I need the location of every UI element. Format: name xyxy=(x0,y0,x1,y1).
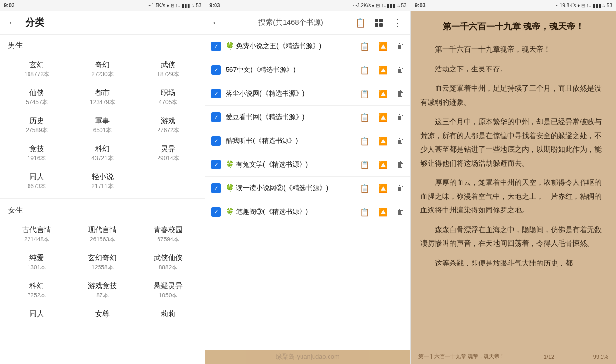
reading-content[interactable]: 第一千六百一十九章 魂帝，魂天帝！ 第一千六百一十九章魂帝，魂天帝！ 浩劫之下，… xyxy=(411,11,616,349)
source-delete-5[interactable]: 🗑 xyxy=(397,160,404,169)
source-copy-6[interactable]: 📋 xyxy=(360,184,370,193)
source-delete-0[interactable]: 🗑 xyxy=(397,42,404,51)
source-item-7[interactable]: ✓ 🍀 笔趣阁③(《精选书源》) 📋 🔼 🗑 xyxy=(205,200,410,224)
category-xianxia[interactable]: 仙侠 57457本 xyxy=(4,84,70,112)
reading-footer: 第一千六百一十九章 魂帝，魂天帝！ 1/12 99.1% xyxy=(411,349,616,364)
source-delete-3[interactable]: 🗑 xyxy=(397,113,404,122)
category-wuxia[interactable]: 武侠 18729本 xyxy=(135,56,201,84)
source-delete-4[interactable]: 🗑 xyxy=(397,137,404,145)
source-copy-2[interactable]: 📋 xyxy=(360,89,370,98)
source-up-3[interactable]: 🔼 xyxy=(378,113,388,122)
source-name-1: 567中文(《精选书源》) xyxy=(226,66,355,74)
source-copy-7[interactable]: 📋 xyxy=(360,208,370,217)
source-item-5[interactable]: ✓ 🍀 有兔文学(《精选书源》) 📋 🔼 🗑 xyxy=(205,153,410,177)
category-lishi[interactable]: 历史 27589本 xyxy=(4,112,70,140)
categories-panel: ← 分类 男生 玄幻 198772本 奇幻 27230本 武侠 18729本 仙… xyxy=(0,11,205,364)
source-actions-2: 📋 🔼 🗑 xyxy=(360,89,404,98)
category-qingxiaoshuo[interactable]: 轻小说 21711本 xyxy=(70,168,135,196)
category-xiandaiyaqing[interactable]: 现代言情 261563本 xyxy=(70,221,135,249)
status-bar-3: 9:03 ···19.8K/s ♦ ⊟ ↑↓ ▮▮▮ ≈ 53 xyxy=(411,0,616,11)
category-qihuan[interactable]: 奇幻 27230本 xyxy=(70,56,135,84)
source-checkbox-4[interactable]: ✓ xyxy=(211,136,221,146)
footer-chapter: 第一千六百一十九章 魂帝，魂天帝！ xyxy=(418,353,505,360)
back-button-2[interactable]: ← xyxy=(211,17,221,28)
time-1: 9:03 xyxy=(4,2,14,8)
source-up-7[interactable]: 🔼 xyxy=(378,208,388,217)
sources-header: ← 搜索(共1468个书源) 📋 ⋮ xyxy=(205,11,410,35)
category-wuxiaxianxia[interactable]: 武侠仙侠 8882本 xyxy=(135,249,201,277)
source-copy-5[interactable]: 📋 xyxy=(360,160,370,169)
sources-panel: ← 搜索(共1468个书源) 📋 ⋮ ✓ 🍀 免费小说之王(《精选书源》) 📋 xyxy=(205,11,411,364)
source-item-2[interactable]: ✓ 落尘小说网(《精选书源》) 📋 🔼 🗑 xyxy=(205,82,410,106)
source-copy-1[interactable]: 📋 xyxy=(360,66,370,75)
category-lili[interactable]: 莉莉 xyxy=(135,305,201,324)
grid-icon[interactable] xyxy=(372,15,386,30)
category-gudaiyaqing[interactable]: 古代言情 221448本 xyxy=(4,221,70,249)
category-tongren-f[interactable]: 同人 xyxy=(4,305,70,324)
source-name-5: 🍀 有兔文学(《精选书源》) xyxy=(226,160,355,169)
category-youxi[interactable]: 游戏 27672本 xyxy=(135,112,201,140)
source-item-4[interactable]: ✓ 酷我听书(《精选书源》) 📋 🔼 🗑 xyxy=(205,129,410,153)
source-up-6[interactable]: 🔼 xyxy=(378,184,388,193)
source-up-4[interactable]: 🔼 xyxy=(378,137,388,146)
male-section-label: 男生 xyxy=(0,35,205,54)
category-kehuan-f[interactable]: 科幻 7252本 xyxy=(4,277,70,305)
category-xuanhuan[interactable]: 玄幻 198772本 xyxy=(4,56,70,84)
back-button-1[interactable]: ← xyxy=(8,17,17,28)
copy-icon[interactable]: 📋 xyxy=(353,15,368,30)
source-delete-2[interactable]: 🗑 xyxy=(397,89,404,98)
source-up-0[interactable]: 🔼 xyxy=(378,42,388,51)
source-checkbox-0[interactable]: ✓ xyxy=(211,42,221,51)
reading-para-2: 血云笼罩着中州，足足持续了三个月，而且依然是没有减弱的迹象。 xyxy=(420,82,606,109)
category-jingji[interactable]: 竞技 1916本 xyxy=(4,140,70,168)
category-junshi[interactable]: 軍事 6501本 xyxy=(70,112,135,140)
reading-para-3: 这三个月中，原本繁华的中州，却是已经异常破败与荒凉，所有的人都是在惊惶中寻找着安… xyxy=(420,115,606,170)
sources-list: ✓ 🍀 免费小说之王(《精选书源》) 📋 🔼 🗑 ✓ 567中文(《精选书源》)… xyxy=(205,35,410,350)
source-up-5[interactable]: 🔼 xyxy=(378,160,388,169)
category-qingchunxiaoyuan[interactable]: 青春校园 67594本 xyxy=(135,221,201,249)
source-checkbox-6[interactable]: ✓ xyxy=(211,183,221,193)
source-item-6[interactable]: ✓ 🍀 读一读小说网②(《精选书源》) 📋 🔼 🗑 xyxy=(205,177,410,200)
category-tongren[interactable]: 同人 6673本 xyxy=(4,168,70,196)
source-checkbox-3[interactable]: ✓ xyxy=(211,112,221,122)
watermark-sources: 缘聚岛-yuanjudao.com xyxy=(205,350,410,364)
source-checkbox-5[interactable]: ✓ xyxy=(211,160,221,169)
source-item-0[interactable]: ✓ 🍀 免费小说之王(《精选书源》) 📋 🔼 🗑 xyxy=(205,35,410,58)
search-title: 搜索(共1468个书源) xyxy=(232,18,349,27)
section-divider xyxy=(0,198,205,199)
category-youxijingji[interactable]: 游戏竞技 87本 xyxy=(70,277,135,305)
source-item-3[interactable]: ✓ 爱豆看书网(《精选书源》) 📋 🔼 🗑 xyxy=(205,106,410,129)
category-chunai[interactable]: 纯爱 1301本 xyxy=(4,249,70,277)
more-icon[interactable]: ⋮ xyxy=(390,15,404,30)
source-up-1[interactable]: 🔼 xyxy=(378,66,388,75)
source-delete-6[interactable]: 🗑 xyxy=(397,184,404,193)
source-up-2[interactable]: 🔼 xyxy=(378,89,388,98)
source-actions-3: 📋 🔼 🗑 xyxy=(360,113,404,122)
source-actions-0: 📋 🔼 🗑 xyxy=(360,42,404,51)
svg-rect-1 xyxy=(379,19,383,22)
source-copy-3[interactable]: 📋 xyxy=(360,113,370,122)
source-name-6: 🍀 读一读小说网②(《精选书源》) xyxy=(226,184,355,193)
category-zhichang[interactable]: 职场 4705本 xyxy=(135,84,201,112)
source-checkbox-7[interactable]: ✓ xyxy=(211,207,221,217)
source-checkbox-1[interactable]: ✓ xyxy=(211,65,221,75)
category-xuanhuanqihuan[interactable]: 玄幻奇幻 12558本 xyxy=(70,249,135,277)
category-dushi[interactable]: 都市 123479本 xyxy=(70,84,135,112)
category-xuanyilingyi[interactable]: 悬疑灵异 1050本 xyxy=(135,277,201,305)
source-checkbox-2[interactable]: ✓ xyxy=(211,89,221,98)
source-copy-0[interactable]: 📋 xyxy=(360,42,370,51)
categories-title: 分类 xyxy=(25,16,44,29)
source-actions-6: 📋 🔼 🗑 xyxy=(360,184,404,193)
source-delete-7[interactable]: 🗑 xyxy=(397,208,404,216)
footer-percent: 99.1% xyxy=(593,354,608,360)
source-item-1[interactable]: ✓ 567中文(《精选书源》) 📋 🔼 🗑 xyxy=(205,58,410,82)
source-copy-4[interactable]: 📋 xyxy=(360,137,370,146)
category-lingyi[interactable]: 灵异 29014本 xyxy=(135,140,201,168)
time-2: 9:03 xyxy=(209,2,220,8)
category-kehuan[interactable]: 科幻 43721本 xyxy=(70,140,135,168)
svg-rect-3 xyxy=(379,23,383,27)
reading-para-1: 浩劫之下，生灵不存。 xyxy=(420,62,606,76)
source-delete-1[interactable]: 🗑 xyxy=(397,66,404,74)
source-actions-5: 📋 🔼 🗑 xyxy=(360,160,404,169)
category-nvzun[interactable]: 女尊 xyxy=(70,305,135,324)
